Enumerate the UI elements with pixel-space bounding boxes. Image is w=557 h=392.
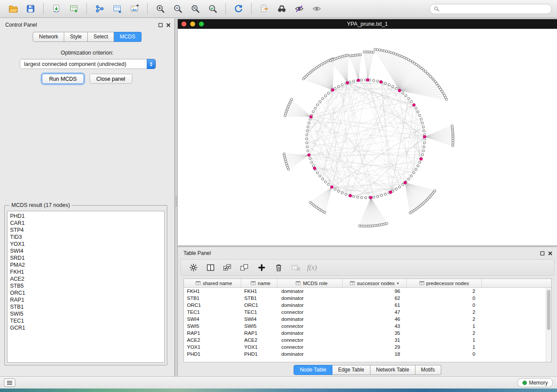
table-cell[interactable]: PHD1 [241,351,277,358]
table-cell[interactable]: STB1 [241,295,277,302]
mcds-result-item[interactable]: GCR1 [10,324,162,331]
table-cell[interactable]: ACE2 [241,337,277,344]
table-cell[interactable]: connector [277,337,343,344]
table-settings-button[interactable] [188,262,199,273]
table-cell[interactable]: 96 [343,288,407,295]
table-cell[interactable]: 2 [407,330,482,337]
table-scrollbar[interactable] [546,288,551,362]
table-cell[interactable]: ACE2 [184,337,241,344]
column-header-predecessor-nodes[interactable]: predecessor nodes [407,279,482,287]
export-image-button[interactable] [127,2,142,16]
float-table-panel-icon[interactable] [540,251,545,256]
zoom-selected-button[interactable] [205,2,221,16]
table-cell[interactable]: 2 [407,309,482,316]
table-cell[interactable]: dominator [277,288,343,295]
table-cell[interactable]: dominator [277,295,343,302]
status-menu-button[interactable] [4,378,15,387]
table-row[interactable]: YOX1YOX1connector291 [184,344,551,351]
zoom-out-button[interactable] [170,2,186,16]
mcds-result-item[interactable]: ACE2 [10,275,162,282]
select-all-button[interactable] [222,262,233,273]
mcds-result-item[interactable]: PHD1 [10,213,162,220]
mcds-result-item[interactable]: PMA2 [10,261,162,268]
mcds-result-list[interactable]: PHD1CAR1STP4TID3YOX1SWI4SRD1PMA2FKH1ACE2… [7,211,165,363]
mcds-result-item[interactable]: RAP1 [10,296,162,303]
table-cell[interactable]: 2 [407,316,482,323]
table-cell[interactable]: PHD1 [184,351,241,358]
tab-edge-table[interactable]: Edge Table [332,365,370,375]
tab-motifs[interactable]: Motifs [415,365,441,375]
table-cell[interactable]: connector [277,323,343,330]
table-cell[interactable]: TEC1 [241,309,277,316]
zoom-in-button[interactable] [152,2,168,16]
mcds-result-item[interactable]: STB1 [10,303,162,310]
table-cell[interactable]: connector [277,309,343,316]
float-panel-icon[interactable] [158,23,163,28]
tab-network-table[interactable]: Network Table [370,365,415,375]
table-cell[interactable]: connector [277,344,343,351]
table-cell[interactable]: 62 [343,295,407,302]
criterion-select[interactable]: largest connected component (undirected) [20,59,156,69]
save-session-button[interactable] [23,2,38,16]
tab-style[interactable]: Style [64,32,88,42]
table-row[interactable]: PHD1PHD1dominator180 [184,351,551,358]
table-cell[interactable]: 43 [343,323,407,330]
table-cell[interactable]: 0 [407,351,482,358]
table-row[interactable]: STB1STB1dominator620 [184,295,551,302]
table-row[interactable]: SWI4SWI4dominator462 [184,316,551,323]
table-cell[interactable]: YOX1 [241,344,277,351]
table-cell[interactable]: TEC1 [184,309,241,316]
table-cell[interactable]: dominator [277,302,343,309]
table-row[interactable]: TEC1TEC1connector472 [184,309,551,316]
tab-select[interactable]: Select [88,32,114,42]
table-cell[interactable]: YOX1 [184,344,241,351]
window-minimize-button[interactable] [190,21,195,27]
refresh-layout-button[interactable] [231,2,246,16]
search-network-button[interactable] [274,2,290,16]
tab-mcds[interactable]: MCDS [114,32,141,42]
mcds-result-item[interactable]: STB5 [10,282,162,289]
search-box[interactable] [429,4,552,14]
table-cell[interactable]: RAP1 [184,330,241,337]
table-row[interactable]: SWI5SWI5connector431 [184,323,551,330]
column-header-successor-nodes[interactable]: successor nodes ▾ [343,279,407,287]
export-network-button[interactable] [92,2,107,16]
scrollbar-thumb[interactable] [547,290,550,330]
deselect-all-button[interactable] [239,262,250,273]
close-table-panel-icon[interactable] [548,251,553,256]
column-header-name[interactable]: name [241,279,277,287]
table-cell[interactable]: SWI5 [184,323,241,330]
table-cell[interactable]: 47 [343,309,407,316]
table-cell[interactable]: ORC1 [184,302,241,309]
mcds-result-item[interactable]: TEC1 [10,317,162,324]
table-cell[interactable]: 46 [343,316,407,323]
mcds-result-item[interactable]: FKH1 [10,268,162,275]
import-table-button[interactable] [66,2,82,16]
import-network-button[interactable] [48,2,64,16]
close-panel-icon[interactable] [166,23,171,28]
table-cell[interactable]: SWI4 [184,316,241,323]
network-canvas[interactable] [178,29,557,244]
table-cell[interactable]: 0 [407,295,482,302]
table-cell[interactable]: 1 [407,323,482,330]
close-panel-button[interactable]: Close panel [90,74,132,84]
column-header-mcds-role[interactable]: MCDS role [277,279,343,287]
table-cell[interactable]: 18 [343,351,407,358]
table-cell[interactable]: FKH1 [184,288,241,295]
show-columns-button[interactable] [205,262,216,273]
table-cell[interactable]: 1 [407,337,482,344]
table-cell[interactable]: 61 [343,302,407,309]
network-window-titlebar[interactable]: YPA_prune.txt_1 [178,19,557,29]
mcds-result-item[interactable]: CAR1 [10,220,162,227]
mcds-result-item[interactable]: SRD1 [10,254,162,261]
mcds-result-item[interactable]: YOX1 [10,241,162,248]
mcds-result-item[interactable]: SWI5 [10,310,162,317]
show-details-button[interactable] [309,2,325,16]
search-input[interactable] [442,6,547,12]
run-mcds-button[interactable]: Run MCDS [42,74,83,84]
open-session-button[interactable] [5,2,21,16]
table-row[interactable]: FKH1FKH1dominator962 [184,288,551,295]
table-cell[interactable]: STB1 [184,295,241,302]
tab-network[interactable]: Network [33,32,64,42]
table-cell[interactable]: 2 [407,288,482,295]
